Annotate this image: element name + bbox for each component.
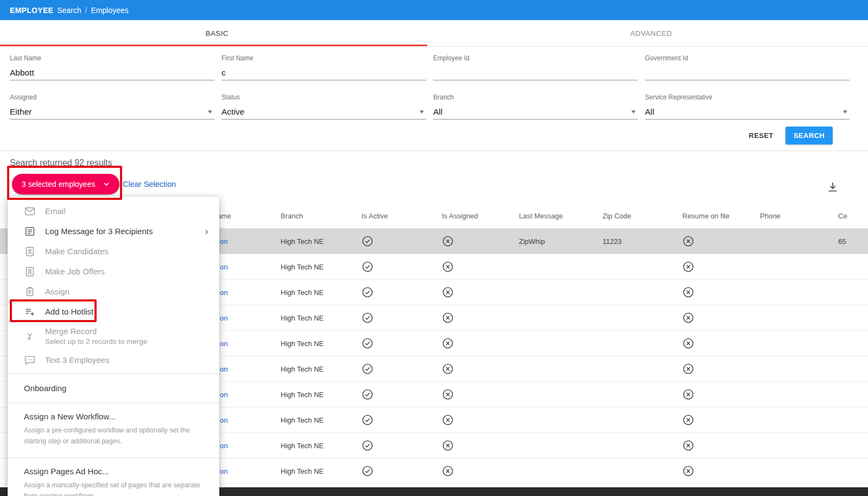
x-circle-icon: [442, 312, 454, 324]
last-message-cell: ZipWhip: [519, 237, 545, 246]
menu-item-label: Assign: [45, 287, 69, 296]
breadcrumb-page[interactable]: Employees: [91, 6, 128, 15]
menu-divider: [8, 457, 219, 458]
selected-employees-menu: Email Log Message for 3 Recipients › Mak…: [8, 197, 219, 496]
status-label: Status: [221, 93, 426, 101]
check-circle-icon: [362, 465, 373, 477]
employee-id-field[interactable]: Employee Id: [433, 54, 638, 80]
menu-item-assign-pages-ad-hoc[interactable]: Assign Pages Ad Hoc... Assign a manually…: [8, 461, 219, 496]
menu-divider: [8, 373, 219, 374]
sms-icon: [24, 354, 36, 366]
check-circle-icon: [362, 261, 373, 273]
first-name-label: First Name: [221, 54, 426, 62]
cell-cell: 65: [838, 237, 846, 246]
last-name-value[interactable]: Abbott: [10, 68, 34, 78]
chevron-down-icon: ▾: [632, 108, 639, 115]
employee-name-link[interactable]: on: [220, 288, 227, 297]
assigned-value[interactable]: Either: [10, 107, 32, 117]
workflow-item-title: Assign a New Workflow...: [24, 412, 205, 421]
x-circle-icon: [682, 286, 694, 298]
branch-cell: High Tech NE: [281, 391, 324, 399]
menu-item-label: Add to Hotlist: [45, 307, 93, 316]
branch-cell: High Tech NE: [281, 288, 324, 297]
employee-name-link[interactable]: on: [220, 442, 227, 450]
employee-name-link[interactable]: on: [220, 237, 227, 246]
branch-cell: High Tech NE: [281, 263, 324, 271]
employee-name-link[interactable]: on: [220, 391, 227, 399]
selected-employees-label: 3 selected employees: [22, 180, 95, 189]
app-top-bar: EMPLOYEE Search / Employees: [0, 0, 868, 20]
menu-item-sublabel: Select up to 2 records to merge: [45, 337, 147, 346]
reset-button[interactable]: RESET: [749, 131, 773, 140]
branch-select[interactable]: Branch All▾: [433, 93, 638, 120]
employee-name-link[interactable]: on: [220, 340, 227, 348]
employee-name-link[interactable]: on: [220, 467, 227, 475]
tab-advanced[interactable]: ADVANCED: [434, 20, 868, 46]
branch-value[interactable]: All: [433, 107, 442, 117]
menu-item-add-to-hotlist[interactable]: Add to Hotlist: [8, 302, 219, 322]
first-name-value[interactable]: c: [221, 68, 226, 78]
x-circle-icon: [682, 388, 694, 400]
menu-item-email[interactable]: Email: [8, 201, 219, 221]
employee-name-link[interactable]: on: [220, 365, 227, 373]
column-header-zip-code[interactable]: Zip Code: [603, 212, 631, 220]
chevron-down-icon: ▾: [844, 108, 851, 115]
branch-cell: High Tech NE: [281, 237, 324, 246]
employee-name-link[interactable]: on: [220, 314, 227, 322]
check-circle-icon: [362, 235, 373, 247]
chevron-down-icon: [102, 180, 111, 189]
search-button[interactable]: SEARCH: [785, 127, 833, 145]
column-header-phone[interactable]: Phone: [760, 212, 781, 220]
column-header-is-assigned[interactable]: Is Assigned: [442, 212, 478, 220]
column-header-cell[interactable]: Ce: [838, 212, 847, 220]
log-message-icon: [24, 225, 36, 237]
check-circle-icon: [362, 286, 373, 298]
menu-item-log-message[interactable]: Log Message for 3 Recipients ›: [8, 221, 219, 241]
download-tray-icon: [826, 180, 839, 193]
status-select[interactable]: Status Active▾: [221, 93, 426, 120]
column-header-resume-on-file[interactable]: Resume on file: [682, 212, 730, 220]
x-circle-icon: [442, 235, 454, 247]
clear-selection-link[interactable]: Clear Selection: [123, 180, 176, 189]
x-circle-icon: [442, 388, 454, 400]
x-circle-icon: [442, 414, 454, 426]
first-name-field[interactable]: First Name c: [221, 54, 426, 80]
last-name-label: Last Name: [10, 54, 214, 62]
menu-item-label: Log Message for 3 Recipients: [45, 227, 153, 236]
menu-item-assign[interactable]: Assign: [8, 281, 219, 302]
x-circle-icon: [682, 235, 694, 247]
branch-cell: High Tech NE: [281, 314, 324, 322]
menu-item-make-job-offers[interactable]: Make Job Offers: [8, 261, 219, 281]
x-circle-icon: [682, 337, 694, 349]
tab-basic[interactable]: BASIC: [0, 20, 434, 46]
person-card-icon: [24, 266, 36, 278]
branch-cell: High Tech NE: [281, 467, 324, 475]
menu-item-text-employees[interactable]: Text 3 Employees: [8, 350, 219, 370]
menu-item-assign-new-workflow[interactable]: Assign a New Workflow... Assign a pre-co…: [8, 406, 219, 454]
service-representative-label: Service Representative: [645, 93, 850, 101]
menu-item-make-candidates[interactable]: Make Candidates: [8, 241, 219, 261]
workflow-item-description: Assign a manually-specified set of pages…: [24, 480, 205, 496]
x-circle-icon: [442, 337, 454, 349]
government-id-field[interactable]: Government Id: [645, 54, 850, 80]
download-button[interactable]: [826, 180, 840, 194]
column-header-branch[interactable]: Branch: [281, 212, 303, 220]
assigned-select[interactable]: Assigned Either▾: [10, 93, 214, 120]
employee-name-link[interactable]: on: [220, 416, 227, 424]
service-representative-select[interactable]: Service Representative All▾: [645, 93, 850, 120]
column-header-is-active[interactable]: Is Active: [362, 212, 388, 220]
menu-item-merge-record[interactable]: Merge Record Select up to 2 records to m…: [8, 322, 219, 350]
status-value[interactable]: Active: [221, 107, 244, 117]
menu-item-label: Merge Record: [45, 327, 147, 336]
service-representative-value[interactable]: All: [645, 107, 654, 117]
selected-employees-button[interactable]: 3 selected employees: [12, 174, 119, 194]
workflow-item-title: Assign Pages Ad Hoc...: [24, 467, 205, 476]
menu-divider: [8, 403, 219, 403]
check-circle-icon: [362, 363, 373, 375]
last-name-field[interactable]: Last Name Abbott: [10, 54, 214, 80]
branch-cell: High Tech NE: [281, 340, 324, 348]
employee-name-link[interactable]: on: [220, 263, 227, 271]
column-header-last-message[interactable]: Last Message: [519, 212, 563, 220]
search-tabs: BASIC ADVANCED: [0, 20, 868, 47]
brand-title: EMPLOYEE: [10, 6, 53, 15]
